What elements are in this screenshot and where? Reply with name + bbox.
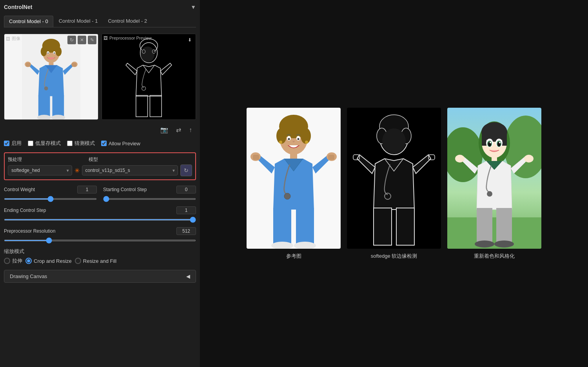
allow-preview-checkbox[interactable]	[101, 141, 107, 146]
scale-stretch-label: 拉伸	[12, 257, 22, 264]
scale-stretch-radio[interactable]	[4, 258, 10, 264]
svg-point-54	[382, 128, 406, 154]
model-refresh-btn[interactable]: ↻	[180, 165, 192, 176]
svg-rect-82	[496, 208, 512, 243]
starting-step-value[interactable]	[176, 186, 196, 193]
svg-rect-59	[396, 208, 414, 245]
svg-point-10	[44, 87, 48, 90]
preprocessor-download-btn[interactable]: ⬇	[185, 36, 194, 44]
allow-preview-option[interactable]: Allow Preview	[101, 141, 140, 146]
guess-mode-option[interactable]: 猜测模式	[67, 140, 95, 147]
enable-label: 启用	[11, 140, 22, 147]
preprocessor-resolution-slider[interactable]	[4, 240, 196, 241]
svg-rect-13	[26, 63, 31, 67]
scale-stretch-option[interactable]: 拉伸	[4, 257, 22, 264]
tab-control-model-1[interactable]: Control Model - 1	[54, 16, 103, 27]
ending-step-value[interactable]	[176, 206, 196, 214]
preprocessor-icon: 🖼	[103, 36, 108, 40]
fire-icon: ✳	[74, 167, 80, 174]
svg-rect-68	[502, 132, 507, 146]
ending-step-row: Ending Control Step	[4, 206, 196, 214]
svg-rect-15	[38, 96, 50, 117]
swap-btn[interactable]: ⇄	[174, 125, 183, 135]
svg-point-7	[47, 52, 49, 54]
edge-output-image	[347, 108, 441, 249]
preprocessor-select[interactable]: softedge_hed canny depth normal openpose	[8, 165, 72, 175]
panel-header: ControlNet ▼	[4, 4, 196, 10]
svg-rect-45	[273, 208, 291, 245]
svg-point-3	[41, 47, 47, 56]
svg-point-34	[305, 141, 308, 144]
enable-option[interactable]: 启用	[4, 140, 22, 147]
source-refresh-btn[interactable]: ↻	[67, 36, 76, 44]
scale-resize-fill-option[interactable]: Resize and Fill	[75, 258, 116, 264]
svg-rect-16	[52, 96, 64, 117]
scale-crop-resize-label: Crop and Resize	[34, 258, 72, 264]
preprocessor-resolution-row: Preprocessor Resolution	[4, 227, 196, 235]
edge-detection-label: softedge 软边缘检测	[371, 253, 417, 260]
svg-rect-58	[374, 208, 392, 245]
preprocessor-resolution-section: Preprocessor Resolution	[4, 227, 196, 242]
upload-btn[interactable]: ↑	[187, 125, 194, 135]
svg-point-83	[475, 240, 494, 248]
source-image-controls: ↻ ✕ ✎	[67, 36, 96, 44]
low-vram-label: 低显存模式	[35, 140, 61, 147]
preprocessor-resolution-value[interactable]	[176, 227, 196, 235]
enable-checkbox[interactable]	[4, 141, 9, 146]
panel-collapse-btn[interactable]: ▼	[191, 4, 196, 10]
scale-crop-resize-option[interactable]: Crop and Resize	[25, 258, 72, 264]
preprocessor-controls: ⬇	[185, 36, 194, 44]
model-select[interactable]: control_v11p_sd15_s control_v11p_sd15_ca…	[82, 165, 178, 175]
output-img-1: softedge 软边缘检测	[347, 108, 441, 260]
drawing-canvas-btn[interactable]: Drawing Canvas ◀	[4, 270, 196, 283]
starting-step-row: Starting Control Step	[103, 186, 196, 193]
starting-step-slider[interactable]	[103, 198, 196, 200]
reference-nurse-svg	[247, 108, 341, 249]
tab-control-model-0[interactable]: Control Model - 0	[4, 16, 53, 27]
svg-point-37	[288, 138, 290, 140]
options-row: 启用 低显存模式 猜测模式 Allow Preview	[4, 140, 196, 147]
tab-control-model-2[interactable]: Control Model - 2	[103, 16, 152, 27]
model-row-labels: 预处理 模型	[8, 156, 192, 163]
action-row: 📷 ⇄ ↑	[4, 125, 196, 135]
scale-resize-fill-radio[interactable]	[75, 258, 81, 264]
two-col-sliders: Control Weight Starting Control Step	[4, 186, 196, 203]
edge-output-svg	[347, 108, 441, 249]
model-controls: softedge_hed canny depth normal openpose…	[8, 165, 192, 176]
low-vram-checkbox[interactable]	[28, 141, 33, 146]
svg-rect-46	[296, 208, 314, 245]
image-icon: 🖼	[6, 36, 10, 41]
source-close-btn[interactable]: ✕	[78, 36, 86, 44]
svg-point-80	[524, 155, 534, 163]
guess-mode-checkbox[interactable]	[67, 141, 73, 146]
scale-resize-fill-label: Resize and Fill	[83, 258, 116, 264]
output-img-0: 参考图	[247, 108, 341, 260]
guess-mode-label: 猜测模式	[74, 140, 95, 147]
svg-rect-44	[328, 155, 334, 160]
camera-btn[interactable]: 📷	[158, 125, 171, 135]
svg-point-79	[455, 155, 465, 163]
preprocessor-preview-box: 🖼 Preprocessor Preview ⬇	[102, 34, 196, 120]
control-weight-row: Control Weight	[4, 186, 97, 193]
drawing-canvas-label: Drawing Canvas	[10, 273, 47, 279]
svg-point-38	[298, 138, 299, 140]
low-vram-option[interactable]: 低显存模式	[28, 140, 61, 147]
source-edit-btn[interactable]: ✎	[88, 36, 96, 44]
source-image-label: 🖼 图像	[6, 36, 20, 42]
starting-step-section: Starting Control Step	[103, 186, 196, 201]
svg-point-76	[499, 142, 501, 143]
scale-crop-resize-radio[interactable]	[25, 258, 32, 264]
control-weight-value[interactable]	[77, 186, 97, 193]
ending-step-label: Ending Control Step	[4, 208, 46, 213]
preprocessor-label: 🖼 Preprocessor Preview	[103, 36, 152, 40]
svg-point-8	[54, 52, 55, 54]
ending-step-slider[interactable]	[4, 219, 196, 221]
svg-point-33	[279, 141, 282, 144]
control-weight-slider[interactable]	[4, 198, 97, 200]
preprocessor-select-wrapper: softedge_hed canny depth normal openpose…	[8, 165, 72, 175]
svg-point-40	[284, 193, 290, 199]
preprocessor-resolution-label: Preprocessor Resolution	[4, 228, 55, 234]
styled-output-image	[447, 108, 541, 249]
output-images: 参考图	[247, 108, 541, 260]
styled-label: 重新着色和风格化	[474, 253, 515, 260]
